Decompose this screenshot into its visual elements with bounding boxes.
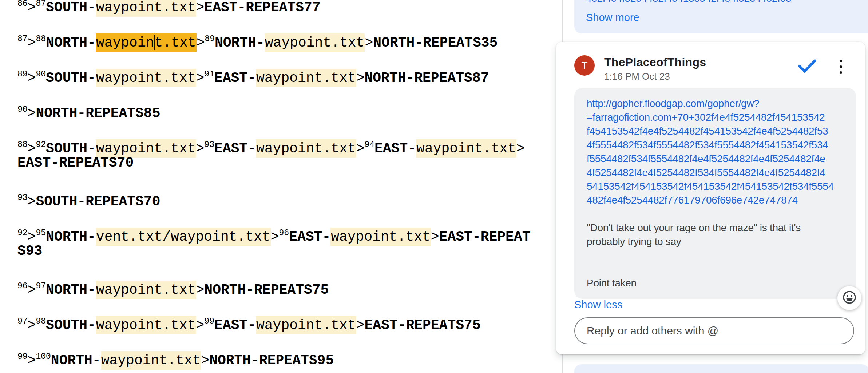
arrow-text: >	[28, 353, 36, 368]
line-ref-number: 93	[204, 140, 214, 149]
direction-text: NORTH-	[46, 35, 96, 51]
direction-text: NORTH-	[46, 282, 96, 298]
doc-paragraph: 97>98SOUTH-waypoint.txt>99EAST-waypoint.…	[17, 313, 527, 330]
arrow-text: >	[28, 35, 36, 51]
direction-text: EAST-	[374, 141, 416, 156]
doc-line: S93	[17, 242, 527, 260]
blank-line	[587, 207, 844, 221]
comment-card: T ThePlaceofThings 1:16 PM Oct 23 http:/…	[556, 42, 865, 354]
doc-line: 89>90SOUTH-waypoint.txt>91EAST-waypoint.…	[17, 65, 527, 83]
direction-text: SOUTH-	[46, 70, 96, 86]
comment-body-line: "Don't take out your rage on the maze" i…	[587, 221, 844, 235]
comment-message-bubble: http://gopher.floodgap.com/gopher/gw?=fa…	[574, 88, 856, 299]
clipped-link-text: 482f4e4f5254482f454153542f4e4f5254482f53	[586, 0, 791, 5]
direction-text: EAST-	[214, 317, 256, 333]
direction-text: EAST-REPEAT	[439, 229, 531, 245]
line-ref-number: 88	[36, 34, 46, 44]
search-highlight: waypoint.txt	[101, 351, 201, 370]
doc-paragraph: 88>92SOUTH-waypoint.txt>93EAST-waypoint.…	[17, 136, 527, 172]
highlight-text: waypoin	[96, 35, 154, 51]
smiley-icon	[842, 290, 857, 306]
arrow-text: >	[28, 317, 36, 333]
arrow-text: >	[201, 353, 209, 368]
search-highlight-active: waypoint.txt	[96, 33, 197, 52]
doc-line: 90>NORTH-REPEATS85	[17, 101, 527, 119]
comment-timestamp: 1:16 PM Oct 23	[604, 71, 670, 82]
search-highlight: waypoint.txt	[330, 228, 431, 246]
search-highlight: waypoint.txt	[96, 316, 196, 334]
line-ref-number: 94	[364, 140, 374, 149]
check-icon	[797, 69, 817, 76]
arrow-text: >	[28, 0, 36, 15]
more-options-button[interactable]	[833, 56, 848, 77]
comment-link-line[interactable]: 4f5554482f534f5554482f534f5554482f454153…	[587, 138, 844, 152]
line-ref-number: 90	[17, 105, 28, 114]
arrow-text: >	[28, 282, 36, 298]
line-ref-number: 92	[36, 140, 46, 149]
show-less-link[interactable]: Show less	[574, 299, 622, 311]
direction-text: S93	[17, 243, 42, 259]
doc-line: 86>87SOUTH-waypoint.txt>EAST-REPEATS77	[17, 0, 527, 13]
comment-link-line[interactable]: f5554482f534f5554482f4e4f5254482f4e4f525…	[587, 152, 844, 166]
arrow-text: >	[196, 0, 205, 15]
comment-link-line[interactable]: =farragofiction.com+70+302f4e4f5254482f4…	[587, 111, 844, 124]
arrow-text: >	[196, 317, 205, 333]
line-ref-number: 95	[36, 228, 46, 238]
line-ref-number: 97	[36, 281, 46, 291]
doc-line: 88>92SOUTH-waypoint.txt>93EAST-waypoint.…	[17, 136, 527, 154]
search-highlight: waypoint.txt	[256, 139, 356, 158]
comment-link-line[interactable]: f454153542f4e4f5254482f454153542f4e4f525…	[587, 124, 844, 138]
line-ref-number: 96	[279, 228, 289, 238]
comment-author: ThePlaceofThings	[604, 56, 706, 69]
direction-text: EAST-	[214, 70, 256, 86]
resolve-button[interactable]	[797, 57, 817, 75]
line-ref-number: 93	[17, 193, 28, 202]
search-highlight: waypoint.txt	[416, 139, 516, 158]
line-ref-number: 88	[17, 140, 28, 149]
search-highlight: waypoint.txt	[256, 69, 356, 87]
line-ref-number: 99	[17, 352, 28, 361]
reply-input[interactable]	[574, 317, 854, 344]
doc-paragraph: 90>NORTH-REPEATS85	[17, 101, 527, 119]
direction-text: SOUTH-	[46, 0, 96, 15]
line-ref-number: 96	[17, 281, 28, 291]
comment-link-line[interactable]: 482f4e4f5254482f776179706f696e742e747874	[587, 193, 844, 207]
add-reaction-button[interactable]	[837, 286, 861, 310]
comment-link-line[interactable]: http://gopher.floodgap.com/gopher/gw?	[587, 97, 844, 111]
avatar: T	[574, 55, 595, 76]
line-ref-number: 90	[36, 69, 46, 79]
doc-paragraph: 92>95NORTH-vent.txt/waypoint.txt>96EAST-…	[17, 224, 527, 260]
search-highlight: waypoint.txt	[96, 69, 196, 87]
direction-text: EAST-REPEATS75	[364, 317, 480, 333]
doc-line: 96>97NORTH-waypoint.txt>NORTH-REPEATS75	[17, 277, 527, 295]
arrow-text: >	[365, 35, 373, 51]
arrow-text: >	[28, 194, 36, 209]
blank-line	[587, 249, 844, 262]
line-ref-number: 89	[17, 69, 28, 79]
doc-paragraph: 86>87SOUTH-waypoint.txt>EAST-REPEATS77	[17, 0, 527, 13]
search-highlight: waypoint.txt	[96, 0, 196, 17]
search-highlight: waypoint.txt	[256, 316, 356, 334]
direction-text: EAST-	[289, 229, 330, 245]
comment-body-line: probably trying to say	[587, 235, 844, 249]
doc-line: 87>88NORTH-waypoint.txt>89NORTH-waypoint…	[17, 30, 527, 48]
doc-paragraph: 96>97NORTH-waypoint.txt>NORTH-REPEATS75	[17, 277, 527, 295]
line-ref-number: 87	[36, 0, 46, 8]
comment-body-line: Point taken	[587, 276, 844, 290]
document-text-area[interactable]: 86>87SOUTH-waypoint.txt>EAST-REPEATS7787…	[17, 0, 527, 373]
arrow-text: >	[431, 229, 439, 245]
line-ref-number: 87	[17, 34, 28, 44]
direction-text: NORTH-REPEATS75	[204, 282, 329, 298]
line-ref-number: 97	[17, 317, 28, 326]
show-more-link[interactable]: Show more	[586, 12, 639, 24]
comment-link-line[interactable]: 54153542f454153542f454153542f454153542f5…	[587, 180, 844, 193]
line-ref-number: 91	[204, 69, 214, 79]
direction-text: NORTH-REPEATS95	[209, 353, 334, 368]
doc-line: 92>95NORTH-vent.txt/waypoint.txt>96EAST-…	[17, 224, 527, 242]
arrow-text: >	[356, 70, 365, 86]
comment-link-line[interactable]: 4f5254482f4e4f5254482f534f5554482f4e4f52…	[587, 166, 844, 180]
highlight-text: t.txt	[155, 35, 196, 51]
line-ref-number: 89	[205, 34, 215, 44]
arrow-text: >	[28, 70, 36, 86]
arrow-text: >	[197, 35, 205, 51]
